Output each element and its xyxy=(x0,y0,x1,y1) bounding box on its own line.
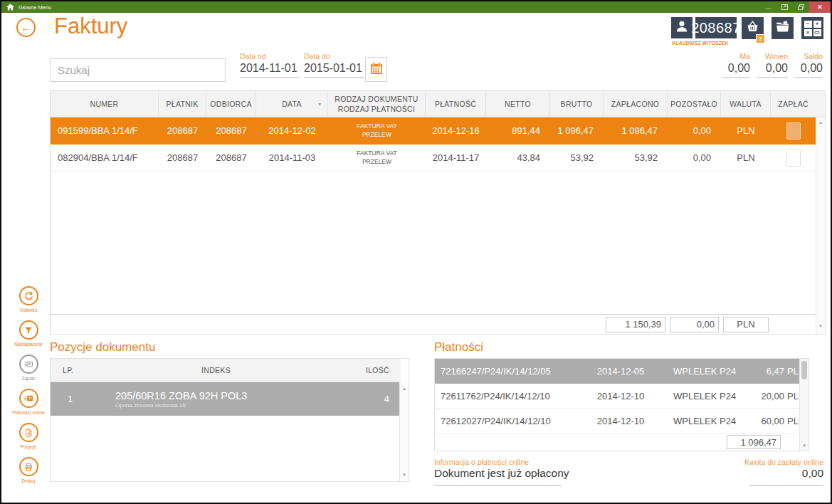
total-pozostalo: 0,00 xyxy=(670,317,719,332)
invoices-totals-row: 1 150,39 0,00 PLN xyxy=(51,314,816,334)
user-id-box[interactable]: 208687 xyxy=(695,17,737,38)
online-amount-value: 0,00 xyxy=(680,467,823,480)
item-quantity: 4 xyxy=(342,394,401,404)
total-waluta: PLN xyxy=(723,317,769,332)
app-window: Główne Menu — ✕ ← Faktury 208687 KLAUDIU… xyxy=(0,0,832,504)
online-info-value: Dokument jest już opłacony xyxy=(434,467,569,480)
col-waluta[interactable]: WALUTA xyxy=(721,91,771,117)
col-data[interactable]: DATA▼ xyxy=(256,91,328,117)
col-platnik[interactable]: PŁATNIK xyxy=(159,91,206,117)
online-payment-icon xyxy=(19,389,38,408)
sidebar-item-odswiez[interactable]: Odśwież xyxy=(9,286,48,313)
col-indeks[interactable]: INDEKS xyxy=(90,366,342,374)
payments-panel-title: Płatności xyxy=(434,340,483,355)
col-pozostalo[interactable]: POZOSTAŁO xyxy=(668,91,721,117)
date-to-label: Data do xyxy=(304,52,364,61)
account-summary: Ma 0,00 Winien 0,00 Saldo 0,00 xyxy=(722,52,823,78)
invoice-row[interactable]: 091599/BBA 1/14/F 208687 208687 2014-12-… xyxy=(51,117,816,145)
search-input[interactable] xyxy=(50,58,226,82)
col-odbiorca[interactable]: ODBIORCA xyxy=(206,91,256,117)
date-to-field[interactable]: Data do 2015-01-01 xyxy=(304,52,364,78)
cart-badge: 2 xyxy=(756,34,765,43)
saldo-value: 0,00 xyxy=(794,62,823,75)
popout-button[interactable] xyxy=(776,1,793,13)
invoices-scrollbar[interactable]: ▲ ▼ xyxy=(816,117,825,334)
col-lp[interactable]: LP. xyxy=(51,366,90,374)
online-amount-label: Kwota do zapłaty online xyxy=(680,458,823,466)
col-zaplac[interactable]: ZAPŁAĆ xyxy=(771,91,816,117)
col-numer[interactable]: NUMER xyxy=(51,91,159,117)
page-title: Faktury xyxy=(54,14,127,39)
date-from-label: Data od xyxy=(240,52,300,61)
calculator-icon: −+×▭ xyxy=(804,21,821,36)
pay-icon xyxy=(19,355,38,374)
home-icon[interactable] xyxy=(6,4,14,11)
scroll-down-icon[interactable]: ▼ xyxy=(816,324,825,328)
back-button[interactable]: ← xyxy=(16,18,36,37)
payment-row[interactable]: 72166247/P24/IK/14/12/05 2014-12-05 WPLE… xyxy=(435,359,801,384)
winien-label: Winien xyxy=(757,52,788,61)
payments-table: 72166247/P24/IK/14/12/05 2014-12-05 WPLE… xyxy=(434,358,809,451)
sidebar-item-pozycje[interactable]: Pozycje xyxy=(9,423,48,449)
restore-button[interactable] xyxy=(793,1,809,13)
calculator-button[interactable]: −+×▭ xyxy=(801,17,823,39)
payments-totals-row: 1 096,47 xyxy=(435,434,801,451)
payment-row[interactable]: 72612027/P24/IK/14/12/10 2014-12-10 WPLE… xyxy=(435,409,801,434)
date-to-value[interactable]: 2015-01-01 xyxy=(304,62,364,75)
sidebar-item-platnosci-online[interactable]: Płatności online xyxy=(9,389,48,415)
payment-row[interactable]: 72611762/P24/IK/14/12/10 2014-12-10 WPLE… xyxy=(435,384,801,409)
sidebar-item-zaplac[interactable]: Zapłać xyxy=(9,355,48,381)
person-icon xyxy=(675,19,689,36)
user-button[interactable] xyxy=(671,17,693,38)
items-table-header: LP. INDEKS ILOŚĆ xyxy=(51,359,401,382)
sort-desc-icon: ▼ xyxy=(317,102,322,108)
close-button[interactable]: ✕ xyxy=(809,1,831,13)
col-platnosc[interactable]: PŁATNOŚĆ xyxy=(426,91,486,117)
scroll-up-icon[interactable]: ▲ xyxy=(400,387,409,391)
filter-icon xyxy=(19,320,38,340)
col-brutto[interactable]: BRUTTO xyxy=(550,91,604,117)
scroll-down-icon[interactable]: ▼ xyxy=(400,473,409,477)
items-panel-title: Pozycje dokumentu xyxy=(50,340,155,355)
user-name: KLAUDIUSZ WITOSZEK xyxy=(660,41,740,46)
items-icon xyxy=(19,423,38,442)
scroll-up-icon[interactable]: ▲ xyxy=(816,120,825,125)
scroll-down-icon[interactable]: ▼ xyxy=(800,443,809,448)
sidebar-item-drukuj[interactable]: Drukuj xyxy=(9,457,48,483)
col-netto[interactable]: NETTO xyxy=(486,91,550,117)
ma-label: Ma xyxy=(722,52,750,61)
col-rodzaj[interactable]: RODZAJ DOKUMENTURODZAJ PŁATNOŚCI xyxy=(328,91,426,117)
saldo-label: Saldo xyxy=(794,52,823,61)
minimize-button[interactable]: — xyxy=(760,1,776,13)
item-index: 205/60R16 ZOBA 92H POL3 xyxy=(115,390,342,401)
calendar-icon xyxy=(369,61,384,78)
payments-scrollbar[interactable]: ▼ xyxy=(799,359,809,451)
items-table: LP. INDEKS ILOŚĆ 1 205/60R16 ZOBA 92H PO… xyxy=(50,358,409,482)
sidebar-item-niezaplacone[interactable]: Niezapłacone xyxy=(9,320,48,347)
winien-value: 0,00 xyxy=(757,62,788,75)
item-description: Opona zimowa osobowa 16" xyxy=(115,402,342,409)
invoices-table-header: NUMER PŁATNIK ODBIORCA DATA▼ RODZAJ DOKU… xyxy=(51,91,816,117)
pay-checkbox[interactable] xyxy=(786,149,801,167)
refresh-icon xyxy=(19,286,38,305)
invoice-row[interactable]: 082904/BBA 1/14/F 208687 208687 2014-11-… xyxy=(51,145,816,172)
online-info-label: Informacja o płatności online xyxy=(434,458,529,466)
pay-checkbox[interactable] xyxy=(786,122,801,140)
date-from-field[interactable]: Data od 2014-11-01 xyxy=(240,52,300,78)
calendar-button[interactable] xyxy=(365,57,387,82)
documents-button[interactable] xyxy=(772,17,794,39)
col-ilosc[interactable]: ILOŚĆ xyxy=(342,366,401,374)
total-zaplacono: 1 150,39 xyxy=(606,317,665,332)
date-from-value[interactable]: 2014-11-01 xyxy=(240,62,300,75)
titlebar: Główne Menu — ✕ xyxy=(1,1,831,13)
ma-value: 0,00 xyxy=(722,62,750,75)
folder-icon xyxy=(775,19,790,37)
payments-total: 1 096,47 xyxy=(727,435,781,449)
back-arrow-icon: ← xyxy=(21,21,31,33)
col-zaplacono[interactable]: ZAPŁACONO xyxy=(604,91,668,117)
invoices-table: NUMER PŁATNIK ODBIORCA DATA▼ RODZAJ DOKU… xyxy=(50,90,826,335)
scroll-thumb[interactable] xyxy=(801,361,807,379)
print-icon xyxy=(19,457,38,476)
item-row[interactable]: 1 205/60R16 ZOBA 92H POL3 Opona zimowa o… xyxy=(51,382,401,416)
items-scrollbar[interactable]: ▲ ▼ xyxy=(399,382,409,481)
